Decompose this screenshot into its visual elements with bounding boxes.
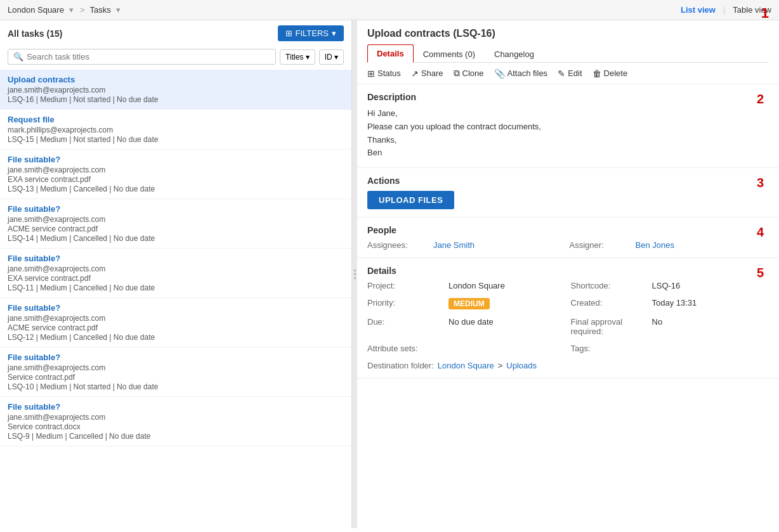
task-meta: LSQ-14 | Medium | Cancelled | No due dat… xyxy=(8,234,344,243)
tab-changelog[interactable]: Changelog xyxy=(485,45,544,63)
all-tasks-label: All tasks (15) xyxy=(8,29,62,39)
action-label: Attach files xyxy=(507,68,548,78)
id-sort-button[interactable]: ID ▾ xyxy=(319,49,344,65)
project-chevron: ▾ xyxy=(69,5,74,15)
task-item[interactable]: Request filemark.phillips@exaprojects.co… xyxy=(0,110,351,150)
priority-value: MEDIUM xyxy=(448,298,566,309)
filters-chevron: ▾ xyxy=(332,29,336,38)
task-email: jane.smith@exaprojects.com xyxy=(8,165,344,174)
filters-button[interactable]: ⊞ FILTERS ▾ xyxy=(278,25,344,41)
action-icon: 📎 xyxy=(494,68,505,79)
details-section: 5 Details Project: London Square Shortco… xyxy=(357,258,779,379)
tags-label: Tags: xyxy=(571,344,647,353)
titles-sort-button[interactable]: Titles ▾ xyxy=(280,49,315,65)
right-header: Upload contracts (LSQ-16) DetailsComment… xyxy=(357,20,779,63)
task-email: jane.smith@exaprojects.com xyxy=(8,215,344,224)
due-value: No due date xyxy=(448,317,566,327)
task-item[interactable]: File suitable?jane.smith@exaprojects.com… xyxy=(0,150,351,199)
panel-splitter[interactable] xyxy=(352,20,357,528)
action-attach-files[interactable]: 📎Attach files xyxy=(494,68,548,79)
action-icon: ⧉ xyxy=(454,68,460,79)
task-file: ACME service contract.pdf xyxy=(8,224,344,233)
project-link[interactable]: London Square xyxy=(8,5,64,15)
actions-section-title: Actions xyxy=(367,176,769,186)
task-file: EXA service contract.pdf xyxy=(8,175,344,184)
tasks-chevron: ▾ xyxy=(116,5,121,15)
task-email: jane.smith@exaprojects.com xyxy=(8,413,344,422)
assigner-label: Assigner: xyxy=(570,240,633,250)
upload-files-button[interactable]: UPLOAD FILES xyxy=(367,191,454,209)
action-label: Delete xyxy=(604,68,628,78)
people-section: 4 People Assignees: Jane Smith Assigner:… xyxy=(357,217,779,258)
task-email: jane.smith@exaprojects.com xyxy=(8,86,344,94)
search-box[interactable]: 🔍 xyxy=(8,49,276,65)
task-item[interactable]: File suitable?jane.smith@exaprojects.com… xyxy=(0,298,351,347)
final-approval-label: Final approval required: xyxy=(571,317,647,336)
description-title: Description xyxy=(367,92,769,102)
task-email: jane.smith@exaprojects.com xyxy=(8,314,344,323)
task-item[interactable]: File suitable?jane.smith@exaprojects.com… xyxy=(0,397,351,446)
left-panel: All tasks (15) ⊞ FILTERS ▾ 🔍 Titles ▾ ID… xyxy=(0,20,352,528)
final-approval-value: No xyxy=(652,317,769,327)
description-section: 2 Description Hi Jane,Please can you upl… xyxy=(357,84,779,168)
task-title: File suitable? xyxy=(8,303,344,313)
description-line: Thanks, xyxy=(367,134,769,147)
destination-folder-link2[interactable]: Uploads xyxy=(506,361,537,370)
tabs-row: DetailsComments (0)Changelog xyxy=(367,44,769,63)
section-number-4: 4 xyxy=(757,225,764,240)
attribute-sets-label: Attribute sets: xyxy=(367,344,443,353)
action-share[interactable]: ↗Share xyxy=(411,68,443,79)
task-title: Request file xyxy=(8,115,344,124)
filters-label: FILTERS xyxy=(296,29,329,38)
task-title: File suitable? xyxy=(8,402,344,412)
task-meta: LSQ-10 | Medium | Not started | No due d… xyxy=(8,382,344,391)
assigner-value[interactable]: Ben Jones xyxy=(636,240,769,250)
task-item[interactable]: File suitable?jane.smith@exaprojects.com… xyxy=(0,199,351,249)
action-label: Edit xyxy=(568,68,582,78)
task-meta: LSQ-16 | Medium | Not started | No due d… xyxy=(8,95,344,104)
action-edit[interactable]: ✎Edit xyxy=(558,68,582,79)
destination-folder-link1[interactable]: London Square xyxy=(438,361,494,370)
tab-comments(0)[interactable]: Comments (0) xyxy=(414,45,485,63)
task-title: File suitable? xyxy=(8,254,344,263)
people-title: People xyxy=(367,225,769,235)
priority-label: Priority: xyxy=(367,298,443,308)
section-number-5: 5 xyxy=(757,266,764,280)
nav-separator: > xyxy=(80,5,85,15)
tab-details[interactable]: Details xyxy=(367,44,414,63)
section-number-2: 2 xyxy=(757,92,764,107)
action-label: Clone xyxy=(462,68,484,78)
action-status[interactable]: ⊞Status xyxy=(367,68,401,79)
task-item[interactable]: File suitable?jane.smith@exaprojects.com… xyxy=(0,249,351,298)
description-line: Please can you upload the contract docum… xyxy=(367,120,769,134)
created-label: Created: xyxy=(571,298,647,308)
task-item[interactable]: Upload contractsjane.smith@exaprojects.c… xyxy=(0,70,351,110)
shortcode-value: LSQ-16 xyxy=(652,281,769,290)
task-title: File suitable? xyxy=(8,155,344,164)
action-clone[interactable]: ⧉Clone xyxy=(454,68,484,79)
destination-folder-label: Destination folder: xyxy=(367,361,434,370)
action-icon: ↗ xyxy=(411,68,419,79)
task-meta: LSQ-12 | Medium | Cancelled | No due dat… xyxy=(8,333,344,342)
list-view-tab[interactable]: List view xyxy=(681,5,716,15)
action-bar: ⊞Status↗Share⧉Clone📎Attach files✎Edit🗑De… xyxy=(357,63,779,84)
search-input[interactable] xyxy=(27,52,270,62)
description-line: Ben xyxy=(367,146,769,160)
tasks-link[interactable]: Tasks xyxy=(90,5,111,15)
destination-folder-row: Destination folder: London Square > Uplo… xyxy=(367,361,769,370)
people-grid: Assignees: Jane Smith Assigner: Ben Jone… xyxy=(367,240,769,250)
filter-icon: ⊞ xyxy=(285,29,292,38)
actions-section: 3 Actions UPLOAD FILES xyxy=(357,168,779,217)
project-label: Project: xyxy=(367,281,443,290)
details-grid: Project: London Square Shortcode: LSQ-16… xyxy=(367,281,769,353)
project-value: London Square xyxy=(448,281,566,290)
assignees-value[interactable]: Jane Smith xyxy=(433,240,567,250)
section-number-3: 3 xyxy=(757,176,764,190)
task-title: File suitable? xyxy=(8,353,344,362)
description-line: Hi Jane, xyxy=(367,107,769,120)
task-item[interactable]: File suitable?jane.smith@exaprojects.com… xyxy=(0,347,351,397)
task-detail-title: Upload contracts (LSQ-16) xyxy=(367,28,769,39)
action-delete[interactable]: 🗑Delete xyxy=(592,68,628,79)
section-number-1: 1 xyxy=(761,20,769,22)
task-file: EXA service contract.pdf xyxy=(8,274,344,283)
